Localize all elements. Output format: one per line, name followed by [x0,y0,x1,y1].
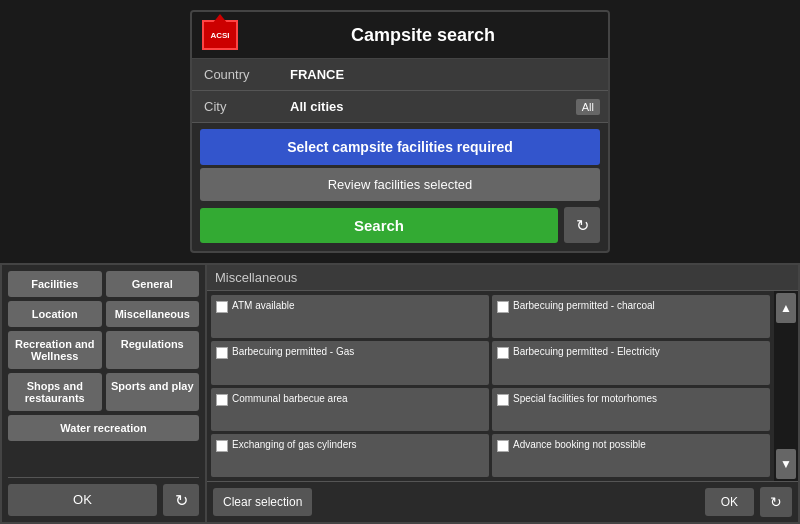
check-gas-cylinders[interactable]: Exchanging of gas cylinders [211,434,489,477]
check-bbq-charcoal-label: Barbecuing permitted - charcoal [513,300,655,311]
check-bbq-charcoal[interactable]: Barbecuing permitted - charcoal [492,295,770,338]
checkbox-advance-booking[interactable] [497,440,509,452]
search-row: Search ↻ [200,207,600,243]
category-regulations[interactable]: Regulations [106,331,200,369]
check-atm-label: ATM available [232,300,295,311]
right-ok-button[interactable]: OK [705,488,754,516]
acsi-logo: ACSI [202,20,238,50]
panel-header: ACSI Campsite search [192,12,608,59]
check-bbq-electric-label: Barbecuing permitted - Electricity [513,346,660,357]
checkbox-motorhomes[interactable] [497,394,509,406]
check-advance-booking[interactable]: Advance booking not possible [492,434,770,477]
checklist-area: ATM available Barbecuing permitted - cha… [207,291,774,481]
check-communal-bbq[interactable]: Communal barbecue area [211,388,489,431]
city-value: All cities [282,91,576,122]
search-panel: ACSI Campsite search Country FRANCE City… [190,10,610,253]
check-bbq-gas[interactable]: Barbecuing permitted - Gas [211,341,489,384]
menu-row-5: Water recreation [8,415,199,441]
checkbox-gas-cylinders[interactable] [216,440,228,452]
check-motorhomes-label: Special facilities for motorhomes [513,393,657,404]
scroll-up-button[interactable]: ▲ [776,293,796,323]
country-label: Country [192,59,282,90]
bottom-section: Facilities General Location Miscellaneou… [0,263,800,524]
scrollbar: ▲ ▼ [774,291,798,481]
menu-row-2: Location Miscellaneous [8,301,199,327]
check-communal-bbq-label: Communal barbecue area [232,393,348,404]
checkbox-bbq-electric[interactable] [497,347,509,359]
scroll-down-button[interactable]: ▼ [776,449,796,479]
right-bottom-row: Clear selection OK ↻ [207,481,798,522]
right-back-button[interactable]: ↻ [760,487,792,517]
checkbox-bbq-charcoal[interactable] [497,301,509,313]
check-bbq-electric[interactable]: Barbecuing permitted - Electricity [492,341,770,384]
refresh-button[interactable]: ↻ [564,207,600,243]
check-motorhomes[interactable]: Special facilities for motorhomes [492,388,770,431]
check-advance-booking-label: Advance booking not possible [513,439,646,450]
checkbox-communal-bbq[interactable] [216,394,228,406]
category-water[interactable]: Water recreation [8,415,199,441]
category-facilities[interactable]: Facilities [8,271,102,297]
left-ok-button[interactable]: OK [8,484,157,516]
city-badge: All [576,99,600,115]
logo-text: ACSI [210,31,229,40]
category-miscellaneous[interactable]: Miscellaneous [106,301,200,327]
category-recreation[interactable]: Recreation and Wellness [8,331,102,369]
category-shops[interactable]: Shops and restaurants [8,373,102,411]
category-general[interactable]: General [106,271,200,297]
category-location[interactable]: Location [8,301,102,327]
menu-row-3: Recreation and Wellness Regulations [8,331,199,369]
right-facilities-panel: Miscellaneous ATM available Barbecuing p… [205,263,800,524]
city-row[interactable]: City All cities All [192,91,608,123]
country-row[interactable]: Country FRANCE [192,59,608,91]
checkbox-atm[interactable] [216,301,228,313]
left-category-panel: Facilities General Location Miscellaneou… [0,263,205,524]
check-gas-cylinders-label: Exchanging of gas cylinders [232,439,357,450]
clear-selection-button[interactable]: Clear selection [213,488,312,516]
left-bottom-row: OK ↻ [8,477,199,516]
check-atm[interactable]: ATM available [211,295,489,338]
city-label: City [192,91,282,122]
checkbox-bbq-gas[interactable] [216,347,228,359]
review-facilities-button[interactable]: Review facilities selected [200,168,600,201]
left-back-button[interactable]: ↻ [163,484,199,516]
right-panel-content: ATM available Barbecuing permitted - cha… [207,291,798,481]
category-sports[interactable]: Sports and play [106,373,200,411]
right-panel-title: Miscellaneous [207,265,798,291]
select-facilities-button[interactable]: Select campsite facilities required [200,129,600,165]
country-value: FRANCE [282,59,608,90]
menu-row-1: Facilities General [8,271,199,297]
check-bbq-gas-label: Barbecuing permitted - Gas [232,346,354,357]
menu-row-4: Shops and restaurants Sports and play [8,373,199,411]
panel-title: Campsite search [248,25,598,46]
search-button[interactable]: Search [200,208,558,243]
